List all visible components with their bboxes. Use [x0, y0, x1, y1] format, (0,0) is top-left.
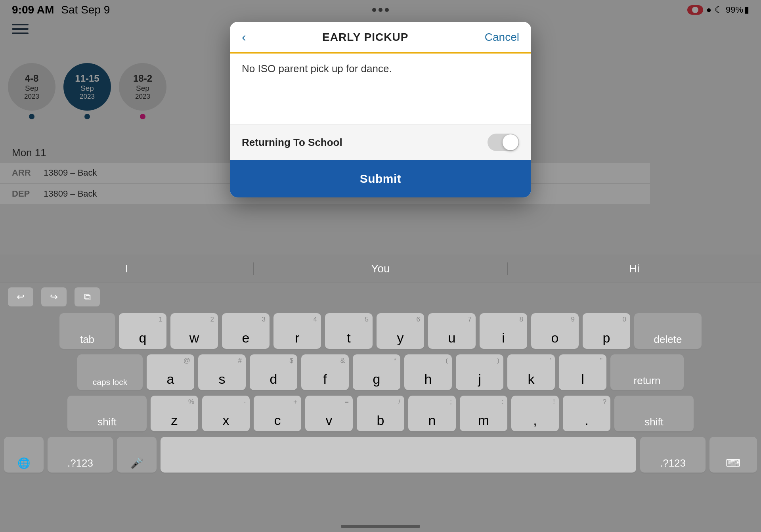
key-b[interactable]: /b: [357, 396, 404, 431]
key-e[interactable]: 3e: [222, 313, 270, 349]
redo-button[interactable]: ↪: [41, 287, 67, 306]
shift-right-key[interactable]: shift: [614, 396, 694, 431]
modal-header: ‹ EARLY PICKUP Cancel: [230, 22, 531, 54]
submit-button[interactable]: Submit: [230, 160, 531, 197]
keyboard: I You Hi ↩ ↪ ⧉ tab 1q 2w 3e 4r 5t 6y 7u …: [0, 255, 761, 532]
key-m[interactable]: :m: [460, 396, 507, 431]
key-excl[interactable]: !,: [511, 396, 559, 431]
space-key[interactable]: [161, 437, 636, 473]
key-o[interactable]: 9o: [531, 313, 579, 349]
toggle-knob: [503, 134, 518, 150]
key-f[interactable]: &f: [301, 354, 349, 390]
shift-left-label: shift: [98, 416, 117, 428]
keyboard-dismiss-key[interactable]: ⌨: [709, 437, 757, 473]
shift-right-label: shift: [644, 416, 663, 428]
shift-left-key[interactable]: shift: [67, 396, 147, 431]
caps-label: caps lock: [93, 377, 128, 387]
key-p[interactable]: 0p: [583, 313, 630, 349]
num-right-key[interactable]: .?123: [640, 437, 706, 473]
notes-text: No ISO parent pick up for dance.: [242, 63, 392, 75]
return-label: return: [634, 375, 661, 387]
key-d[interactable]: $d: [250, 354, 297, 390]
predictive-bar: I You Hi: [0, 255, 761, 283]
toggle-label: Returning To School: [242, 136, 342, 149]
keyboard-rows: tab 1q 2w 3e 4r 5t 6y 7u 8i 9o 0p delete…: [0, 311, 761, 475]
cancel-button[interactable]: Cancel: [485, 31, 519, 44]
redo-icon: ↪: [50, 291, 58, 302]
delete-label: delete: [654, 333, 682, 346]
globe-key[interactable]: 🌐: [4, 437, 44, 473]
key-n[interactable]: ;n: [408, 396, 456, 431]
key-a[interactable]: @a: [147, 354, 194, 390]
paste-button[interactable]: ⧉: [75, 287, 100, 306]
key-i[interactable]: 8i: [480, 313, 527, 349]
key-k[interactable]: 'k: [507, 354, 555, 390]
key-quest[interactable]: ?.: [563, 396, 610, 431]
tab-key[interactable]: tab: [59, 313, 115, 349]
key-h[interactable]: (h: [404, 354, 452, 390]
keyboard-toolbar: ↩ ↪ ⧉: [0, 283, 761, 311]
key-g[interactable]: *g: [353, 354, 400, 390]
mic-key[interactable]: 🎤: [117, 437, 157, 473]
keyboard-icon: ⌨: [726, 457, 741, 469]
home-indicator: [341, 525, 420, 528]
key-t[interactable]: 5t: [325, 313, 373, 349]
key-x[interactable]: -x: [202, 396, 250, 431]
key-v[interactable]: =v: [305, 396, 353, 431]
predictive-word-1[interactable]: I: [0, 262, 254, 275]
key-w[interactable]: 2w: [170, 313, 218, 349]
return-key[interactable]: return: [610, 354, 684, 390]
key-s[interactable]: #s: [198, 354, 246, 390]
num-left-key[interactable]: .?123: [48, 437, 113, 473]
key-row-2: caps lock @a #s $d &f *g (h )j 'k "l ret…: [0, 354, 761, 390]
num-left-label: .?123: [67, 457, 93, 469]
delete-key[interactable]: delete: [634, 313, 702, 349]
key-row-3: shift %z -x +c =v /b ;n :m !, ?. shift: [0, 396, 761, 431]
key-q[interactable]: 1q: [119, 313, 166, 349]
paste-icon: ⧉: [84, 291, 91, 302]
undo-button[interactable]: ↩: [8, 287, 33, 306]
modal-dialog: ‹ EARLY PICKUP Cancel No ISO parent pick…: [230, 22, 531, 197]
caps-lock-key[interactable]: caps lock: [77, 354, 143, 390]
key-z[interactable]: %z: [151, 396, 198, 431]
predictive-word-2[interactable]: You: [254, 262, 507, 275]
modal-title: EARLY PICKUP: [322, 31, 408, 44]
key-y[interactable]: 6y: [377, 313, 424, 349]
mic-label: 🎤: [130, 457, 143, 469]
globe-label: 🌐: [17, 457, 30, 469]
tab-label: tab: [80, 333, 94, 346]
back-button[interactable]: ‹: [242, 30, 246, 44]
key-c[interactable]: +c: [254, 396, 301, 431]
notes-area[interactable]: No ISO parent pick up for dance.: [230, 54, 531, 125]
key-u[interactable]: 7u: [428, 313, 476, 349]
key-r[interactable]: 4r: [273, 313, 321, 349]
predictive-word-3[interactable]: Hi: [508, 262, 761, 275]
key-row-1: tab 1q 2w 3e 4r 5t 6y 7u 8i 9o 0p delete: [0, 313, 761, 349]
key-l[interactable]: "l: [559, 354, 606, 390]
undo-icon: ↩: [17, 291, 25, 302]
returning-to-school-toggle[interactable]: [488, 134, 519, 151]
returning-to-school-row: Returning To School: [230, 125, 531, 160]
num-right-label: .?123: [660, 457, 686, 469]
key-j[interactable]: )j: [456, 354, 503, 390]
space-bar-row: 🌐 .?123 🎤 .?123 ⌨: [0, 437, 761, 473]
